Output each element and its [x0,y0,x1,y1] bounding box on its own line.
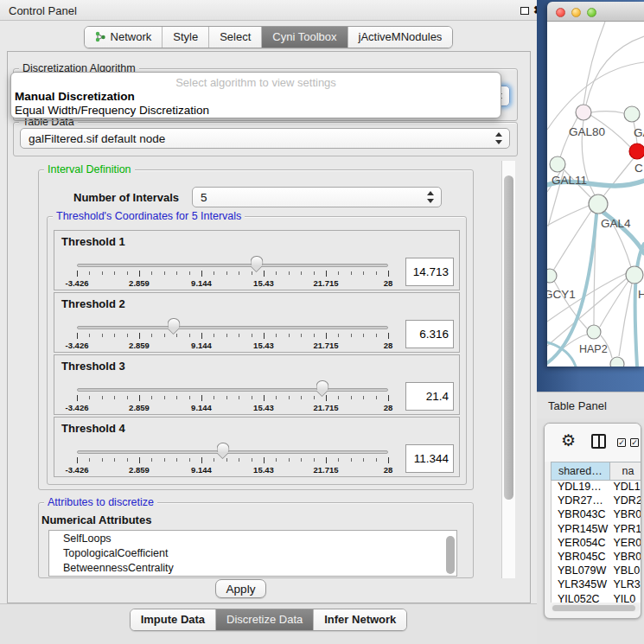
tick-label: 9.144 [191,341,212,350]
apply-button[interactable]: Apply [215,579,266,598]
tick-mark [226,334,227,337]
table-row[interactable]: YBR043CYBR0 [552,508,641,522]
tick-mark [388,457,389,463]
table-row[interactable]: YER054CYER0 [552,537,641,551]
close-traffic-light-icon[interactable] [556,8,565,17]
interval-definition-title: Interval Definition [44,163,135,175]
column-header-shared-name[interactable]: shared… [551,462,609,481]
table-row[interactable]: YLR345WYLR3 [552,578,641,592]
algorithm-dropdown-popup: Select algorithm to view settings Manual… [10,72,501,118]
threshold-4-slider-thumb[interactable] [217,443,230,457]
tick-mark [102,458,103,462]
popup-option-equal-width[interactable]: Equal Width/Frequency Discretization [14,104,498,117]
tab-cyni-toolbox[interactable]: Cyni Toolbox [262,27,348,48]
threshold-1-slider-thumb[interactable] [250,256,263,271]
table-row[interactable]: YPR145WYPR1 [552,523,641,537]
combo-arrows-icon [426,191,434,203]
attributes-list-scrollbar[interactable] [446,536,455,574]
checkbox-icon[interactable] [617,438,626,447]
table-row[interactable]: YIL052CYIL0 [552,593,641,603]
split-columns-icon[interactable] [591,434,606,449]
node-label-hap2: HAP2 [579,343,608,355]
float-window-icon[interactable] [520,7,529,15]
table-hscrollbar-thumb[interactable] [552,605,635,611]
attribute-list-item[interactable]: TopologicalCoefficient [49,545,456,560]
network-window-titlebar[interactable] [547,2,644,22]
number-of-intervals-combobox[interactable]: 5 [192,187,442,207]
threshold-2-value-field[interactable]: 6.316 [405,320,454,348]
attribute-list-item[interactable]: SelfLoops [49,531,456,545]
threshold-1-value-field[interactable]: 14.713 [405,258,454,286]
tick-mark [77,333,78,339]
tick-mark [89,396,90,399]
tick-mark [189,458,190,462]
table-row[interactable]: YDL19…YDL1 [552,481,641,494]
panel-scrollbar-thumb[interactable] [504,175,513,500]
table-data-combobox[interactable]: galFiltered.sif default node [20,128,510,149]
table-row[interactable]: YDR27…YDR2 [552,494,641,508]
tick-label: 9.144 [191,278,212,288]
threshold-4-slider-track[interactable] [77,450,388,454]
zoom-traffic-light-icon[interactable] [587,8,596,17]
tick-mark [226,458,227,462]
gear-icon[interactable]: ⚙ [561,430,576,450]
table-hscrollbar-track[interactable] [551,603,640,612]
threshold-2-slider-track[interactable] [77,326,388,329]
attribute-list-item[interactable]: BetweennessCentrality [49,560,456,575]
threshold-4-value-field[interactable]: 11.344 [405,444,454,473]
table-toolbar: ⚙ [545,424,641,462]
tick-label: -3.426 [66,465,89,475]
tab-infer-network[interactable]: Infer Network [314,609,406,630]
checkbox-icon[interactable] [630,438,639,447]
network-graph: GAL80 GA C GAL11 GAL4 GCY1 H HAP2 [547,22,644,367]
tick-mark [314,334,315,337]
tick-label: 21.715 [313,465,338,475]
threshold-3-slider-track[interactable] [77,388,388,392]
tab-select[interactable]: Select [209,27,262,48]
node-gal4[interactable] [589,194,608,214]
tab-jactivemnodules[interactable]: jActiveMNodules [348,27,453,48]
tab-style[interactable]: Style [163,27,209,48]
node-h[interactable] [626,266,643,284]
table-body: YDL19…YDL1YDR27…YDR2YBR043CYBR0YPR145WYP… [551,481,641,603]
node-top-right[interactable] [624,106,640,122]
threshold-3-value-field[interactable]: 21.4 [405,382,454,411]
node-gal11[interactable] [550,156,565,172]
node-gal80[interactable] [576,105,591,120]
node-gcy1[interactable] [547,269,557,283]
numerical-attributes-list[interactable]: SelfLoopsTopologicalCoefficientBetweenne… [48,530,457,577]
tick-label: 9.144 [191,465,212,475]
column-header-name[interactable]: na [609,462,641,481]
control-panel: Control Panel ✖ Network Style Select Cyn… [0,0,537,644]
tick-mark [326,333,327,339]
tick-mark [226,396,227,399]
node-red-selected[interactable] [629,143,644,159]
table-cell: YBR0 [610,551,642,564]
tick-mark [338,334,339,337]
threshold-3-tick-labels: -3.4262.8599.14415.4321.71528 [77,403,388,412]
node-bottom-partial[interactable] [610,357,624,367]
tab-network[interactable]: Network [85,27,163,48]
tick-mark [264,271,265,277]
threshold-4-tick-scale [77,457,388,464]
network-view-window: GAL80 GA C GAL11 GAL4 GCY1 H HAP2 [547,2,644,367]
minimize-traffic-light-icon[interactable] [571,8,581,17]
tick-label: 2.859 [129,341,150,350]
threshold-1-slider-track[interactable] [77,264,388,267]
tab-impute-data[interactable]: Impute Data [131,609,216,630]
table-row[interactable]: YBR045CYBR0 [552,551,641,564]
tick-mark [351,396,352,399]
network-canvas[interactable]: GAL80 GA C GAL11 GAL4 GCY1 H HAP2 [547,22,644,367]
threshold-3-slider-thumb[interactable] [316,380,329,395]
popup-option-manual-discretization[interactable]: Manual Discretization [14,90,498,103]
tick-label: -3.426 [66,278,89,288]
tick-mark [239,334,239,337]
threshold-2-slider-thumb[interactable] [167,318,180,333]
tick-mark [239,271,239,275]
table-cell: YLR3 [610,578,642,592]
table-row[interactable]: YBL079WYBL0 [552,564,641,578]
node-hap2[interactable] [587,325,601,339]
node-label-top-right: GA [634,126,644,139]
table-cell: YLR345W [552,578,610,592]
tab-discretize-data[interactable]: Discretize Data [216,609,314,630]
